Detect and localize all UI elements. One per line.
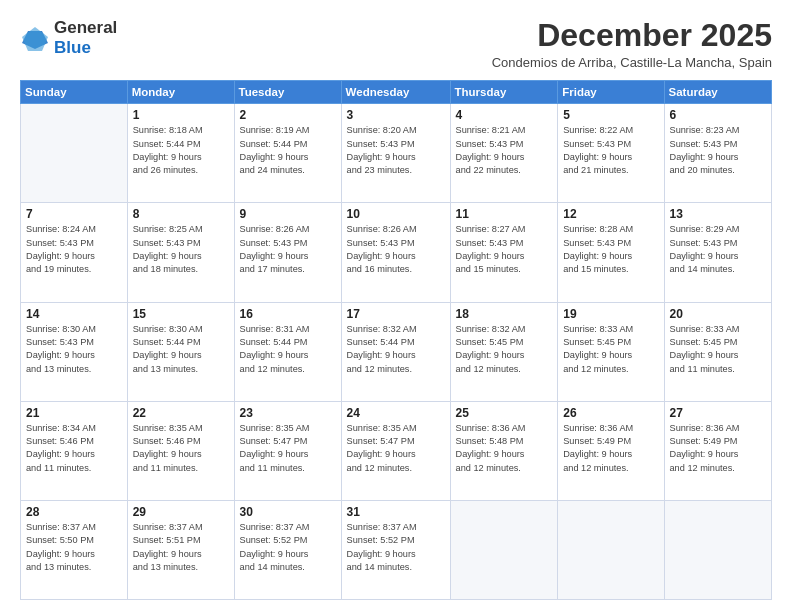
calendar-cell: 26Sunrise: 8:36 AM Sunset: 5:49 PM Dayli… (558, 401, 664, 500)
calendar-cell: 11Sunrise: 8:27 AM Sunset: 5:43 PM Dayli… (450, 203, 558, 302)
calendar-cell: 6Sunrise: 8:23 AM Sunset: 5:43 PM Daylig… (664, 104, 772, 203)
day-info: Sunrise: 8:18 AM Sunset: 5:44 PM Dayligh… (133, 124, 229, 177)
day-info: Sunrise: 8:26 AM Sunset: 5:43 PM Dayligh… (347, 223, 445, 276)
calendar-cell: 4Sunrise: 8:21 AM Sunset: 5:43 PM Daylig… (450, 104, 558, 203)
day-info: Sunrise: 8:22 AM Sunset: 5:43 PM Dayligh… (563, 124, 658, 177)
day-number: 18 (456, 307, 553, 321)
day-info: Sunrise: 8:28 AM Sunset: 5:43 PM Dayligh… (563, 223, 658, 276)
day-number: 24 (347, 406, 445, 420)
day-number: 13 (670, 207, 767, 221)
logo: General Blue (20, 18, 117, 59)
day-info: Sunrise: 8:30 AM Sunset: 5:44 PM Dayligh… (133, 323, 229, 376)
calendar-cell: 25Sunrise: 8:36 AM Sunset: 5:48 PM Dayli… (450, 401, 558, 500)
day-number: 11 (456, 207, 553, 221)
day-info: Sunrise: 8:37 AM Sunset: 5:52 PM Dayligh… (347, 521, 445, 574)
calendar-cell: 7Sunrise: 8:24 AM Sunset: 5:43 PM Daylig… (21, 203, 128, 302)
calendar-week-row: 7Sunrise: 8:24 AM Sunset: 5:43 PM Daylig… (21, 203, 772, 302)
day-number: 16 (240, 307, 336, 321)
day-info: Sunrise: 8:32 AM Sunset: 5:45 PM Dayligh… (456, 323, 553, 376)
day-number: 12 (563, 207, 658, 221)
calendar-cell: 13Sunrise: 8:29 AM Sunset: 5:43 PM Dayli… (664, 203, 772, 302)
day-number: 14 (26, 307, 122, 321)
calendar-cell: 29Sunrise: 8:37 AM Sunset: 5:51 PM Dayli… (127, 500, 234, 599)
calendar-cell: 15Sunrise: 8:30 AM Sunset: 5:44 PM Dayli… (127, 302, 234, 401)
day-number: 3 (347, 108, 445, 122)
logo-text: General Blue (54, 18, 117, 59)
day-info: Sunrise: 8:25 AM Sunset: 5:43 PM Dayligh… (133, 223, 229, 276)
day-number: 15 (133, 307, 229, 321)
weekday-header-thursday: Thursday (450, 81, 558, 104)
weekday-header-monday: Monday (127, 81, 234, 104)
day-number: 27 (670, 406, 767, 420)
calendar-cell: 21Sunrise: 8:34 AM Sunset: 5:46 PM Dayli… (21, 401, 128, 500)
day-number: 2 (240, 108, 336, 122)
calendar-cell: 27Sunrise: 8:36 AM Sunset: 5:49 PM Dayli… (664, 401, 772, 500)
weekday-header-tuesday: Tuesday (234, 81, 341, 104)
day-info: Sunrise: 8:37 AM Sunset: 5:52 PM Dayligh… (240, 521, 336, 574)
calendar-cell: 18Sunrise: 8:32 AM Sunset: 5:45 PM Dayli… (450, 302, 558, 401)
header: General Blue December 2025 Condemios de … (20, 18, 772, 70)
calendar-cell: 22Sunrise: 8:35 AM Sunset: 5:46 PM Dayli… (127, 401, 234, 500)
day-info: Sunrise: 8:35 AM Sunset: 5:47 PM Dayligh… (347, 422, 445, 475)
logo-blue: Blue (54, 38, 117, 58)
day-number: 30 (240, 505, 336, 519)
calendar-cell (664, 500, 772, 599)
day-info: Sunrise: 8:21 AM Sunset: 5:43 PM Dayligh… (456, 124, 553, 177)
day-number: 10 (347, 207, 445, 221)
day-number: 17 (347, 307, 445, 321)
calendar-cell (21, 104, 128, 203)
calendar-cell: 31Sunrise: 8:37 AM Sunset: 5:52 PM Dayli… (341, 500, 450, 599)
page: General Blue December 2025 Condemios de … (0, 0, 792, 612)
calendar-table: SundayMondayTuesdayWednesdayThursdayFrid… (20, 80, 772, 600)
day-number: 22 (133, 406, 229, 420)
subtitle: Condemios de Arriba, Castille-La Mancha,… (492, 55, 772, 70)
day-info: Sunrise: 8:37 AM Sunset: 5:51 PM Dayligh… (133, 521, 229, 574)
day-info: Sunrise: 8:30 AM Sunset: 5:43 PM Dayligh… (26, 323, 122, 376)
calendar-week-row: 28Sunrise: 8:37 AM Sunset: 5:50 PM Dayli… (21, 500, 772, 599)
calendar-cell: 3Sunrise: 8:20 AM Sunset: 5:43 PM Daylig… (341, 104, 450, 203)
day-info: Sunrise: 8:29 AM Sunset: 5:43 PM Dayligh… (670, 223, 767, 276)
weekday-header-sunday: Sunday (21, 81, 128, 104)
day-number: 31 (347, 505, 445, 519)
day-number: 6 (670, 108, 767, 122)
main-title: December 2025 (492, 18, 772, 53)
day-info: Sunrise: 8:27 AM Sunset: 5:43 PM Dayligh… (456, 223, 553, 276)
day-info: Sunrise: 8:37 AM Sunset: 5:50 PM Dayligh… (26, 521, 122, 574)
day-number: 8 (133, 207, 229, 221)
day-info: Sunrise: 8:36 AM Sunset: 5:49 PM Dayligh… (563, 422, 658, 475)
day-number: 25 (456, 406, 553, 420)
day-info: Sunrise: 8:32 AM Sunset: 5:44 PM Dayligh… (347, 323, 445, 376)
calendar-cell (450, 500, 558, 599)
day-info: Sunrise: 8:20 AM Sunset: 5:43 PM Dayligh… (347, 124, 445, 177)
calendar-cell: 19Sunrise: 8:33 AM Sunset: 5:45 PM Dayli… (558, 302, 664, 401)
day-number: 28 (26, 505, 122, 519)
calendar-cell: 16Sunrise: 8:31 AM Sunset: 5:44 PM Dayli… (234, 302, 341, 401)
day-number: 7 (26, 207, 122, 221)
title-section: December 2025 Condemios de Arriba, Casti… (492, 18, 772, 70)
weekday-header-row: SundayMondayTuesdayWednesdayThursdayFrid… (21, 81, 772, 104)
day-info: Sunrise: 8:24 AM Sunset: 5:43 PM Dayligh… (26, 223, 122, 276)
calendar-cell (558, 500, 664, 599)
day-number: 9 (240, 207, 336, 221)
calendar-week-row: 21Sunrise: 8:34 AM Sunset: 5:46 PM Dayli… (21, 401, 772, 500)
day-number: 20 (670, 307, 767, 321)
calendar-cell: 9Sunrise: 8:26 AM Sunset: 5:43 PM Daylig… (234, 203, 341, 302)
day-info: Sunrise: 8:36 AM Sunset: 5:49 PM Dayligh… (670, 422, 767, 475)
day-info: Sunrise: 8:31 AM Sunset: 5:44 PM Dayligh… (240, 323, 336, 376)
calendar-cell: 24Sunrise: 8:35 AM Sunset: 5:47 PM Dayli… (341, 401, 450, 500)
calendar-cell: 2Sunrise: 8:19 AM Sunset: 5:44 PM Daylig… (234, 104, 341, 203)
logo-general: General (54, 18, 117, 38)
logo-icon (20, 23, 50, 53)
calendar-cell: 5Sunrise: 8:22 AM Sunset: 5:43 PM Daylig… (558, 104, 664, 203)
calendar-cell: 23Sunrise: 8:35 AM Sunset: 5:47 PM Dayli… (234, 401, 341, 500)
calendar-cell: 20Sunrise: 8:33 AM Sunset: 5:45 PM Dayli… (664, 302, 772, 401)
weekday-header-friday: Friday (558, 81, 664, 104)
weekday-header-saturday: Saturday (664, 81, 772, 104)
day-info: Sunrise: 8:35 AM Sunset: 5:46 PM Dayligh… (133, 422, 229, 475)
calendar-cell: 8Sunrise: 8:25 AM Sunset: 5:43 PM Daylig… (127, 203, 234, 302)
day-info: Sunrise: 8:35 AM Sunset: 5:47 PM Dayligh… (240, 422, 336, 475)
calendar-week-row: 14Sunrise: 8:30 AM Sunset: 5:43 PM Dayli… (21, 302, 772, 401)
calendar-week-row: 1Sunrise: 8:18 AM Sunset: 5:44 PM Daylig… (21, 104, 772, 203)
day-info: Sunrise: 8:26 AM Sunset: 5:43 PM Dayligh… (240, 223, 336, 276)
day-number: 26 (563, 406, 658, 420)
